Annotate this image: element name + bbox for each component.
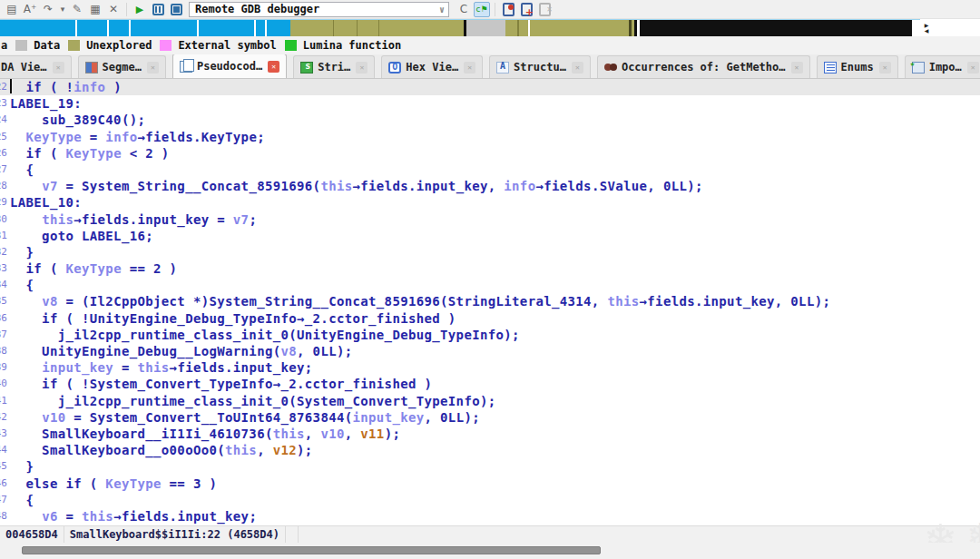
navigation-band-segment[interactable] (379, 20, 464, 36)
code-line[interactable]: 46 else if ( KeyType == 3 ) (0, 476, 980, 492)
tab-label: DA Vie… (1, 61, 47, 74)
code-line[interactable]: 24 sub_389C40(); (0, 112, 980, 128)
tab-close-button[interactable]: ✕ (268, 61, 279, 73)
tab-close-button[interactable]: ✕ (356, 62, 368, 74)
tab-close-button[interactable]: ✕ (572, 62, 583, 74)
code-line[interactable]: 30 this→fields.input_key = v7; (0, 211, 980, 228)
navigation-band[interactable] (0, 19, 920, 36)
navigation-band-segment[interactable] (256, 20, 265, 36)
tab-stri[interactable]: Stri…✕ (293, 55, 375, 78)
code-line[interactable]: 40 if ( !System_Convert_TypeInfo→_2.ccto… (0, 376, 980, 392)
tab-label: Segme… (103, 61, 142, 74)
run-icon[interactable]: ▶ (132, 2, 148, 17)
tab-impo[interactable]: Impo…✕ (905, 55, 980, 78)
code-line[interactable]: 43 SmallKeyboard__iI1Ii_4610736(this, v1… (0, 426, 980, 442)
code-token: } (10, 458, 34, 475)
legend-item: Lumina function (285, 39, 401, 52)
edit-segment-icon[interactable]: ▤ (4, 2, 20, 17)
code-line[interactable]: 33 if ( KeyType == 2 ) (0, 260, 980, 277)
code-token: LABEL_10: (10, 194, 82, 211)
tab-close-button[interactable]: ✕ (464, 62, 475, 74)
legend-swatch (15, 40, 27, 51)
code-line[interactable]: 29LABEL_10: (0, 194, 980, 211)
horizontal-scrollbar[interactable] (0, 543, 980, 559)
tab-close-button[interactable]: ✕ (879, 62, 891, 74)
attach-source-icon[interactable]: C (456, 2, 472, 17)
code-line[interactable]: 35 v8 = (Il2CppObject *)System_String__C… (0, 293, 980, 309)
breakpoint-list-icon[interactable] (500, 2, 516, 17)
tab-structu[interactable]: Structu…✕ (489, 55, 591, 78)
code-line[interactable]: 47 { (0, 492, 980, 508)
tab-hex-vie[interactable]: Hex Vie…✕ (381, 55, 483, 78)
jump-icon[interactable]: ↷ (40, 2, 56, 17)
pause-icon[interactable] (150, 2, 166, 17)
tab-enums[interactable]: Enums✕ (817, 55, 898, 78)
code-token: SmallKeyboard__iI1Ii_4610736( (10, 426, 273, 442)
snapshot-icon[interactable]: ▦ (87, 2, 103, 17)
tab-occurrences-of-getmetho[interactable]: Occurrences of: GetMetho…✕ (597, 55, 810, 78)
code-token (10, 129, 26, 145)
code-line[interactable]: 38 UnityEngine_Debug__LogWarning(v8, 0LL… (0, 343, 980, 359)
dropdown-arrow-icon[interactable]: ▾ (58, 2, 67, 17)
patch-icon[interactable]: ✎ (69, 2, 85, 17)
navigation-band-segment[interactable] (77, 20, 106, 36)
code-line[interactable]: 39 input_key = this→fields.input_key; (0, 359, 980, 376)
code-line[interactable]: 34 { (0, 277, 980, 293)
code-line[interactable]: 31 goto LABEL_16; (0, 228, 980, 244)
code-line[interactable]: 23LABEL_19: (0, 95, 980, 112)
pseudocode-view[interactable]: 22 if ( !info )23LABEL_19:24 sub_389C40(… (0, 79, 980, 525)
add-breakpoint-icon[interactable] (518, 2, 534, 17)
horizontal-scrollbar-thumb[interactable] (22, 546, 601, 554)
code-line[interactable]: 28 v7 = System_String__Concat_8591696(th… (0, 178, 980, 194)
navigation-band-segment[interactable] (505, 20, 517, 36)
code-line[interactable]: 26 if ( KeyType < 2 ) (0, 145, 980, 162)
navigation-band-segment[interactable] (0, 20, 75, 36)
line-number: 44 (0, 442, 7, 458)
navigation-band-segment[interactable] (131, 20, 197, 36)
tab-close-button[interactable]: ✕ (147, 62, 159, 74)
code-line[interactable]: 45 } (0, 458, 980, 475)
tab-close-button[interactable]: ✕ (791, 62, 803, 74)
line-number: 37 (0, 327, 7, 343)
line-number: 25 (0, 129, 7, 145)
tab-da-vie[interactable]: DA Vie…✕ (0, 55, 72, 78)
code-line[interactable]: 42 v10 = System_Convert__ToUInt64_876384… (0, 409, 980, 426)
navigation-band-segment[interactable] (466, 20, 505, 36)
code-line[interactable]: 36 if ( !UnityEngine_Debug_TypeInfo→_2.c… (0, 310, 980, 327)
navigation-row: ▶ ◀ (0, 19, 980, 36)
hex-tab-icon (388, 62, 401, 74)
code-line[interactable]: 27 { (0, 162, 980, 178)
navigation-band-segment[interactable] (358, 20, 377, 36)
tab-close-button[interactable]: ✕ (967, 62, 979, 74)
tab-label: Hex Vie… (406, 61, 458, 74)
code-line[interactable]: 37 j_il2cpp_runtime_class_init_0(UnityEn… (0, 327, 980, 343)
navigation-band-segment[interactable] (290, 20, 333, 36)
navband-arrow-down-icon[interactable]: ◀ (925, 28, 929, 34)
delete-breakpoint-icon[interactable] (536, 2, 553, 17)
navband-arrows[interactable]: ▶ ◀ (920, 19, 933, 36)
navigation-band-segment[interactable] (334, 20, 356, 36)
tab-segme[interactable]: Segme…✕ (78, 55, 166, 78)
navigation-band-segment[interactable] (640, 20, 911, 36)
code-token: ) (105, 79, 122, 95)
code-line[interactable]: 44 SmallKeyboard__o00oOo0(this, v12); (0, 442, 980, 458)
code-line[interactable]: 25 KeyType = info→fields.KeyType; (0, 129, 980, 145)
run-to-cursor-icon[interactable]: c⚑ (474, 2, 490, 17)
tab-close-button[interactable]: ✕ (53, 62, 64, 74)
tab-pseudocod[interactable]: Pseudocod…✕ (172, 54, 287, 78)
code-line[interactable]: 22 if ( !info ) (0, 79, 980, 95)
navigation-band-segment[interactable] (519, 20, 528, 36)
navigation-band-segment[interactable] (912, 20, 917, 36)
code-line[interactable]: 32 } (0, 244, 980, 260)
stop-icon[interactable] (168, 2, 184, 17)
line-number-gutter: 37 (0, 327, 10, 343)
navigation-band-segment[interactable] (530, 20, 630, 36)
code-line[interactable]: 41 j_il2cpp_runtime_class_init_0(System_… (0, 393, 980, 409)
code-line[interactable]: 48 v6 = this→fields.input_key; (0, 508, 980, 525)
rename-icon[interactable]: A⁺ (22, 2, 38, 17)
navigation-band-segment[interactable] (199, 20, 254, 36)
navigation-band-segment[interactable] (109, 20, 129, 36)
debugger-selector-dropdown[interactable]: Remote GDB debugger∨ (189, 2, 449, 17)
close-icon[interactable]: ✕ (105, 2, 122, 17)
navigation-band-segment[interactable] (267, 20, 290, 36)
